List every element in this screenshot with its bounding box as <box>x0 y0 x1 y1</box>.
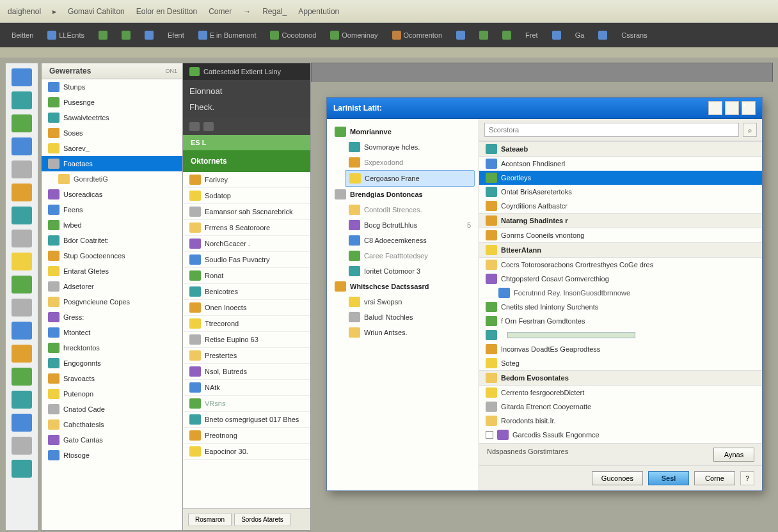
minimize-icon[interactable]: – <box>708 101 722 115</box>
nav-item[interactable]: Sawaivteetrtcs <box>42 110 182 125</box>
tree-item[interactable]: Momriannve <box>331 124 475 139</box>
toolbar-button[interactable] <box>93 29 113 42</box>
option-item[interactable]: Gonrns Cooneils vnontong <box>479 228 762 242</box>
nav-item[interactable]: Adsetorer <box>42 279 182 294</box>
option-item[interactable]: Garcodis Sssutk Engonmce <box>479 428 762 442</box>
nav-item[interactable]: GonrdtetiG <box>42 171 182 187</box>
tab[interactable]: Rosmaron <box>188 513 232 526</box>
option-item[interactable]: Inconvas DoadtEs Geaprodtess <box>479 342 762 356</box>
nav-item[interactable]: Cahcthatesls <box>42 417 182 432</box>
mini-icon[interactable] <box>12 391 32 409</box>
option-item[interactable]: Cocrs Totorosoracbons Crortresthyes CoGe… <box>479 258 762 272</box>
toolbar-button[interactable] <box>474 29 493 42</box>
nav-item[interactable]: Posgvncieune Copes <box>42 294 182 309</box>
nav-item[interactable]: Putenopn <box>42 386 182 402</box>
tool-icon[interactable] <box>203 122 214 131</box>
menu-item[interactable]: daighenol <box>8 7 41 16</box>
checkbox[interactable] <box>486 431 493 439</box>
help-button[interactable]: ? <box>740 471 754 485</box>
toolbar-button[interactable]: Efent <box>163 29 189 41</box>
menu-item[interactable]: Eolor en Destitton <box>136 7 197 16</box>
mini-icon[interactable] <box>12 91 32 109</box>
dialog-titlebar[interactable]: Larinist Latit: – □ × <box>327 98 762 119</box>
search-go-button[interactable]: ⌕ <box>743 123 757 137</box>
mini-icon[interactable] <box>12 460 32 478</box>
toolbar-button[interactable] <box>593 29 612 42</box>
mini-icon[interactable] <box>12 322 32 340</box>
tree-item[interactable]: Caree Featttotedsey <box>345 248 475 263</box>
tree-item[interactable]: Contodit Strences. <box>345 202 475 217</box>
mini-icon[interactable] <box>12 299 32 317</box>
list-item[interactable]: Prestertes <box>183 348 310 364</box>
list-item[interactable]: Benicotres <box>183 284 310 300</box>
toolbar-button[interactable] <box>451 29 470 42</box>
toolbar-button[interactable] <box>497 29 516 42</box>
menu-item[interactable]: Comer <box>209 7 232 16</box>
tree-item[interactable]: Baludl Ntochles <box>345 309 475 325</box>
apply-button[interactable]: Sesl <box>648 471 689 485</box>
tree-item[interactable]: Sovmoraye hcles. <box>345 139 475 155</box>
close-icon[interactable]: × <box>742 101 756 115</box>
mini-icon[interactable] <box>12 276 32 293</box>
nav-item[interactable]: Stup Goocteennces <box>42 248 182 263</box>
list-item[interactable]: Farivey <box>183 172 310 188</box>
nav-item[interactable]: lwbed <box>42 217 182 233</box>
tree-item[interactable]: C8 Adoecemkeness <box>345 233 475 248</box>
list-item[interactable]: NAtk <box>183 380 310 396</box>
tree-item[interactable]: Whitschcse Dactssasrd <box>331 279 475 294</box>
option-item[interactable]: Chtgopsterd Cosavt Gomvercthiog <box>479 272 762 286</box>
option-item[interactable]: Cnetits sted Inintony Surchents <box>479 300 762 314</box>
extra-button[interactable]: Aynas <box>713 448 754 462</box>
mini-icon[interactable] <box>12 345 32 363</box>
toolbar-button[interactable]: Ocomrenton <box>387 29 448 42</box>
mini-icon[interactable] <box>12 114 32 132</box>
option-item[interactable]: Geortleys <box>479 171 762 185</box>
mini-icon[interactable] <box>12 68 32 86</box>
mini-icon[interactable] <box>12 137 32 155</box>
list-item[interactable]: Retise Eupino 63 <box>183 332 310 348</box>
menu-item[interactable]: Appentution <box>298 7 339 16</box>
nav-item[interactable]: Sravoacts <box>42 371 182 386</box>
nav-item[interactable]: Soses <box>42 125 182 141</box>
option-item[interactable]: Rorodonts bisit.Ir. <box>479 414 762 428</box>
option-item[interactable]: Focrutnnd Rey. InsonGuosdtbrnnowe <box>479 286 762 300</box>
nav-item[interactable]: Cnatod Cade <box>42 402 182 417</box>
ok-button[interactable]: Guconoes <box>592 471 643 485</box>
toolbar-button[interactable] <box>139 29 159 42</box>
nav-item[interactable]: Usoreadicas <box>42 187 182 202</box>
list-item[interactable]: Eapocinor 30. <box>183 444 310 460</box>
nav-item[interactable]: Mtontect <box>42 325 182 340</box>
option-item[interactable]: Acontson Fhndisnerl <box>479 157 762 171</box>
option-group-header[interactable]: Sateaeb <box>479 141 762 157</box>
tree-item[interactable]: Bocg BctrutLhlus5 <box>345 217 475 233</box>
menu-item[interactable]: Regal_ <box>262 7 287 16</box>
nav-item[interactable]: Gato Cantas <box>42 432 182 448</box>
maximize-icon[interactable]: □ <box>725 101 739 115</box>
nav-item[interactable]: Saorev_ <box>42 141 182 156</box>
tree-item[interactable]: Sxpexodond <box>345 155 475 170</box>
list-item[interactable]: VRsns <box>183 396 310 412</box>
option-group-header[interactable]: Bedom Evosontates <box>479 370 762 386</box>
extra-link[interactable]: Ndspasneds Gorstimtares <box>487 448 568 462</box>
toolbar-button[interactable] <box>116 29 136 42</box>
list-item[interactable]: Sodatop <box>183 188 310 204</box>
toolbar-button[interactable]: Coootonod <box>265 29 321 42</box>
mini-icon[interactable] <box>12 184 32 201</box>
mini-icon[interactable] <box>12 160 32 178</box>
mini-icon[interactable] <box>12 368 32 386</box>
list-item[interactable]: Nsol, Butreds <box>183 364 310 380</box>
toolbar-button[interactable]: Beitten <box>6 29 38 41</box>
tree-item[interactable]: Brendgias Dontoncas <box>331 187 475 202</box>
list-item[interactable]: NorchGcacer . <box>183 236 310 252</box>
list-item[interactable]: Eamansor sah Sscnarebrick <box>183 204 310 220</box>
nav-item[interactable]: Pusesnge <box>42 95 182 110</box>
nav-item[interactable]: Stunps <box>42 79 182 95</box>
toolbar-button[interactable]: Fret <box>520 29 543 41</box>
list-item[interactable]: Onen Inoects <box>183 300 310 316</box>
toolbar-button[interactable]: Ga <box>570 29 590 41</box>
option-item[interactable]: f Orn Fesrtran Gomdtontes <box>479 314 762 328</box>
tree-item[interactable]: vrsi Swopsn <box>345 294 475 309</box>
list-item[interactable]: Bneto osmegriguset 017 Bhes <box>183 412 310 428</box>
nav-item[interactable]: Rtosoge <box>42 448 182 463</box>
nav-item[interactable]: Foaetaes <box>42 156 182 171</box>
